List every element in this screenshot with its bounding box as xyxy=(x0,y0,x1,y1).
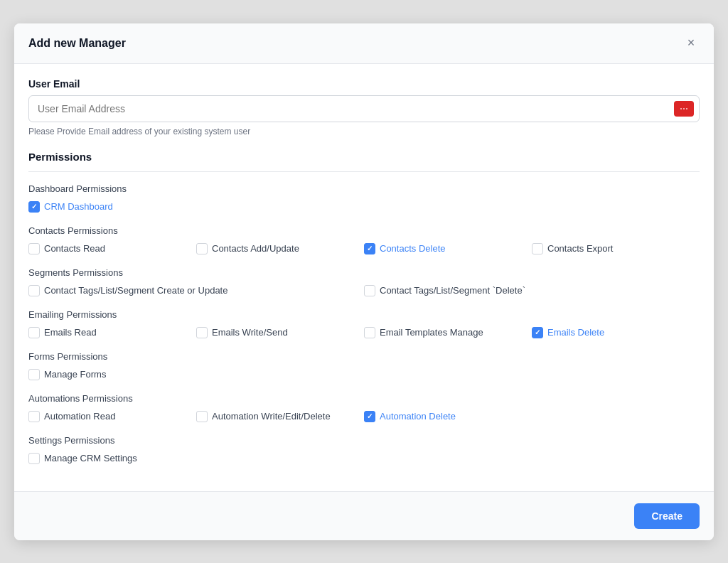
perm-checkbox-1-2[interactable] xyxy=(364,243,375,254)
perm-section-title-1: Contacts Permissions xyxy=(28,225,700,236)
perm-item-5-0: Automation Read xyxy=(28,411,196,422)
perm-item-0-0: CRM Dashboard xyxy=(28,201,700,213)
perm-item-3-2: Email Templates Manage xyxy=(364,327,532,338)
add-manager-modal: Add new Manager × User Email ⋯ Please Pr… xyxy=(14,23,714,540)
email-input[interactable] xyxy=(28,95,700,122)
perm-checkbox-3-1[interactable] xyxy=(196,327,208,338)
perm-item-6-0: Manage CRM Settings xyxy=(28,453,700,464)
perm-label-5-1: Automation Write/Edit/Delete xyxy=(212,411,331,422)
email-input-wrapper: ⋯ xyxy=(28,95,700,122)
modal-header: Add new Manager × xyxy=(14,23,714,64)
perm-section-title-6: Settings Permissions xyxy=(28,435,700,446)
perm-label-5-0: Automation Read xyxy=(44,411,115,422)
email-hint: Please Provide Email address of your exi… xyxy=(28,127,700,136)
perm-checkbox-5-1[interactable] xyxy=(196,411,208,422)
perm-checkbox-1-3[interactable] xyxy=(532,243,543,254)
close-button[interactable]: × xyxy=(682,35,700,52)
perm-checkbox-3-2[interactable] xyxy=(364,327,375,338)
perm-item-3-0: Emails Read xyxy=(28,327,196,338)
modal-footer: Create xyxy=(14,491,714,540)
perm-items-2: Contact Tags/List/Segment Create or Upda… xyxy=(28,285,700,296)
perm-label-2-0: Contact Tags/List/Segment Create or Upda… xyxy=(44,285,228,296)
permissions-title: Permissions xyxy=(28,151,700,172)
perm-checkbox-4-0[interactable] xyxy=(28,369,40,380)
modal-body: User Email ⋯ Please Provide Email addres… xyxy=(14,64,714,491)
perm-section-title-3: Emailing Permissions xyxy=(28,309,700,320)
perm-section-6: Settings PermissionsManage CRM Settings xyxy=(28,435,700,464)
perm-label-4-0: Manage Forms xyxy=(44,369,106,380)
perm-section-3: Emailing PermissionsEmails ReadEmails Wr… xyxy=(28,309,700,338)
perm-item-1-0: Contacts Read xyxy=(28,243,196,254)
perm-label-2-1: Contact Tags/List/Segment `Delete` xyxy=(380,285,525,296)
perm-checkbox-5-0[interactable] xyxy=(28,411,40,422)
perm-item-1-2: Contacts Delete xyxy=(364,243,532,254)
perm-checkbox-3-0[interactable] xyxy=(28,327,40,338)
perm-checkbox-5-2[interactable] xyxy=(364,411,375,422)
perm-items-1: Contacts ReadContacts Add/UpdateContacts… xyxy=(28,243,700,254)
perm-items-0: CRM Dashboard xyxy=(28,201,700,213)
perm-items-3: Emails ReadEmails Write/SendEmail Templa… xyxy=(28,327,700,338)
email-picker-button[interactable]: ⋯ xyxy=(674,101,694,117)
perm-items-4: Manage Forms xyxy=(28,369,700,380)
perm-section-title-5: Automations Permissions xyxy=(28,393,700,404)
perm-checkbox-6-0[interactable] xyxy=(28,453,40,464)
perm-item-3-1: Emails Write/Send xyxy=(196,327,364,338)
create-button[interactable]: Create xyxy=(634,503,700,529)
perm-item-3-3: Emails Delete xyxy=(532,327,700,338)
perm-checkbox-1-0[interactable] xyxy=(28,243,40,254)
perm-item-2-0: Contact Tags/List/Segment Create or Upda… xyxy=(28,285,364,296)
perm-checkbox-3-3[interactable] xyxy=(532,327,543,338)
perm-label-0-0: CRM Dashboard xyxy=(44,201,113,212)
perm-section-title-4: Forms Permissions xyxy=(28,351,700,362)
perm-item-1-1: Contacts Add/Update xyxy=(196,243,364,254)
perm-section-1: Contacts PermissionsContacts ReadContact… xyxy=(28,225,700,254)
perm-section-title-0: Dashboard Permissions xyxy=(28,183,700,194)
perm-section-2: Segments PermissionsContact Tags/List/Se… xyxy=(28,267,700,296)
email-picker-icon: ⋯ xyxy=(680,104,688,114)
perm-item-5-2: Automation Delete xyxy=(364,411,532,422)
perm-label-3-3: Emails Delete xyxy=(547,327,604,338)
perm-item-1-3: Contacts Export xyxy=(532,243,700,254)
perm-label-3-0: Emails Read xyxy=(44,327,97,338)
perm-label-6-0: Manage CRM Settings xyxy=(44,453,137,463)
perm-label-1-3: Contacts Export xyxy=(547,243,614,254)
perm-items-5: Automation ReadAutomation Write/Edit/Del… xyxy=(28,411,700,422)
perm-section-5: Automations PermissionsAutomation ReadAu… xyxy=(28,393,700,422)
perm-checkbox-2-0[interactable] xyxy=(28,285,40,296)
perm-label-1-1: Contacts Add/Update xyxy=(212,243,299,254)
perm-label-3-2: Email Templates Manage xyxy=(380,327,483,338)
perm-label-5-2: Automation Delete xyxy=(380,411,456,422)
permissions-section: Permissions Dashboard PermissionsCRM Das… xyxy=(28,151,700,464)
email-label: User Email xyxy=(28,78,700,90)
perm-item-5-1: Automation Write/Edit/Delete xyxy=(196,411,364,422)
perm-item-4-0: Manage Forms xyxy=(28,369,700,380)
perm-section-title-2: Segments Permissions xyxy=(28,267,700,278)
perm-checkbox-0-0[interactable] xyxy=(28,201,40,213)
perm-label-1-2: Contacts Delete xyxy=(380,243,446,254)
perm-label-3-1: Emails Write/Send xyxy=(212,327,288,338)
perm-item-2-1: Contact Tags/List/Segment `Delete` xyxy=(364,285,700,296)
modal-title: Add new Manager xyxy=(28,37,126,50)
perm-section-0: Dashboard PermissionsCRM Dashboard xyxy=(28,183,700,213)
permissions-container: Dashboard PermissionsCRM DashboardContac… xyxy=(28,183,700,464)
perm-checkbox-1-1[interactable] xyxy=(196,243,208,254)
user-email-section: User Email ⋯ Please Provide Email addres… xyxy=(28,78,700,136)
perm-label-1-0: Contacts Read xyxy=(44,243,105,254)
perm-checkbox-2-1[interactable] xyxy=(364,285,375,296)
perm-section-4: Forms PermissionsManage Forms xyxy=(28,351,700,380)
perm-items-6: Manage CRM Settings xyxy=(28,453,700,464)
